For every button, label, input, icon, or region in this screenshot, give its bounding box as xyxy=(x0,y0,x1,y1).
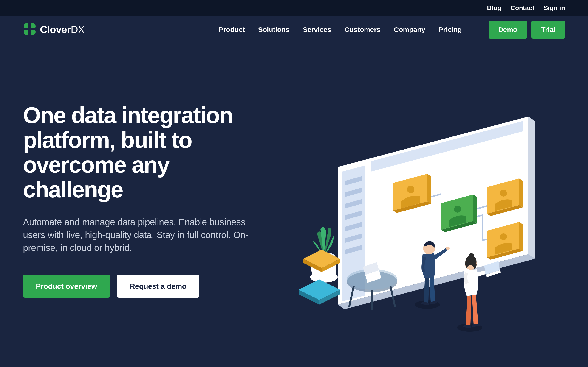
nav-solutions[interactable]: Solutions xyxy=(258,26,290,33)
hero-subtitle: Automate and manage data pipelines. Enab… xyxy=(23,216,267,254)
svg-point-19 xyxy=(468,253,474,259)
nav-customers[interactable]: Customers xyxy=(345,26,380,33)
hero: One data integration platform, built to … xyxy=(0,43,588,298)
nav-company[interactable]: Company xyxy=(394,26,425,33)
brand-logo[interactable]: CloverDX xyxy=(23,23,85,37)
demo-button[interactable]: Demo xyxy=(489,21,527,39)
svg-point-6 xyxy=(407,186,414,193)
svg-rect-5 xyxy=(23,28,36,30)
trial-button[interactable]: Trial xyxy=(531,21,565,39)
request-demo-button[interactable]: Request a demo xyxy=(117,275,199,298)
nav-pricing[interactable]: Pricing xyxy=(439,26,462,33)
isometric-illustration-icon xyxy=(280,89,579,341)
product-overview-button[interactable]: Product overview xyxy=(23,275,110,298)
hero-illustration xyxy=(280,89,565,298)
hero-left: One data integration platform, built to … xyxy=(23,103,267,298)
svg-point-8 xyxy=(500,190,507,197)
svg-point-15 xyxy=(446,247,450,250)
nav-buttons: Demo Trial xyxy=(489,21,565,39)
topbar-link-blog[interactable]: Blog xyxy=(487,4,501,12)
nav-links: Product Solutions Services Customers Com… xyxy=(219,21,565,39)
hero-title: One data integration platform, built to … xyxy=(23,103,267,202)
nav-services[interactable]: Services xyxy=(303,26,331,33)
svg-point-7 xyxy=(454,206,461,213)
topbar-link-signin[interactable]: Sign in xyxy=(544,4,565,12)
nav-product[interactable]: Product xyxy=(219,26,245,33)
topbar-link-contact[interactable]: Contact xyxy=(510,4,534,12)
navbar: CloverDX Product Solutions Services Cust… xyxy=(0,16,588,43)
topbar: Blog Contact Sign in xyxy=(0,0,588,16)
clover-icon xyxy=(23,23,36,37)
hero-ctas: Product overview Request a demo xyxy=(23,275,267,298)
svg-point-9 xyxy=(500,233,507,240)
brand-name: CloverDX xyxy=(40,24,85,35)
